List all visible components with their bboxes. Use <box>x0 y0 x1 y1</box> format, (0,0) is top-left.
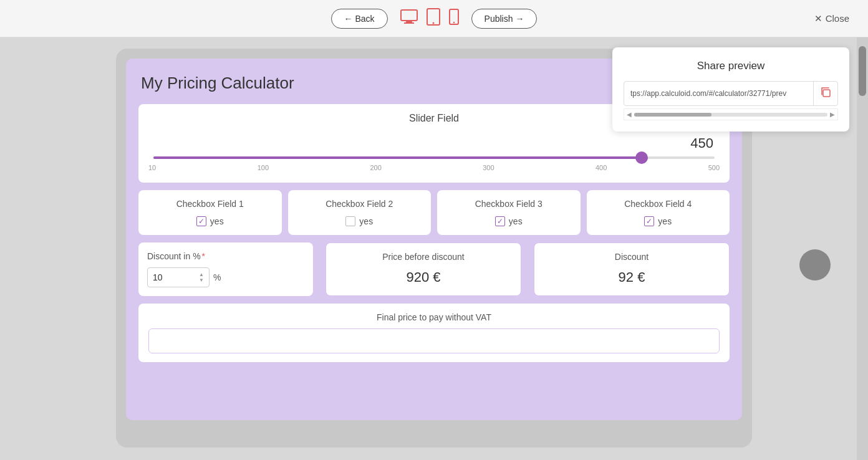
price-before-discount-value: 920 € <box>335 269 512 285</box>
final-price-label: Final price to pay without VAT <box>148 312 720 322</box>
checkbox-4-item[interactable]: ✓ yes <box>593 216 724 226</box>
discount-card: Discount 92 € <box>534 242 730 296</box>
checkbox-2-label: Checkbox Field 2 <box>294 199 425 209</box>
share-url-text: tps://app.calculoid.com/#/calculator/327… <box>624 84 813 103</box>
slider-value: 450 <box>148 135 720 151</box>
discount-number-field[interactable]: 10 ▲▼ <box>147 267 210 287</box>
checkbox-4-option: yes <box>658 216 672 226</box>
final-price-card: Final price to pay without VAT <box>138 304 730 362</box>
scrollbar-thumb-vertical[interactable] <box>859 46 866 96</box>
top-bar: ← Back <box>0 0 868 37</box>
checkbox-row: Checkbox Field 1 ✓ yes Checkbox Field 2 … <box>138 190 730 235</box>
share-preview-panel: Share preview tps://app.calculoid.com/#/… <box>612 47 849 132</box>
svg-rect-0 <box>401 10 417 21</box>
slider-container <box>148 156 720 159</box>
mobile-icon[interactable] <box>449 9 459 29</box>
final-price-input <box>148 328 720 353</box>
checkbox-1-box[interactable]: ✓ <box>196 216 206 226</box>
checkbox-4-label: Checkbox Field 4 <box>593 199 724 209</box>
slider-fill <box>153 156 647 159</box>
svg-rect-7 <box>823 90 830 97</box>
tick-200: 200 <box>370 164 381 171</box>
checkbox-1-label: Checkbox Field 1 <box>145 199 276 209</box>
number-spinner[interactable]: ▲▼ <box>199 272 204 283</box>
checkbox-1-option: yes <box>210 216 224 226</box>
top-bar-center: ← Back <box>331 8 538 29</box>
publish-button[interactable]: Publish → <box>471 9 538 29</box>
checkbox-card-4: Checkbox Field 4 ✓ yes <box>587 190 730 235</box>
tick-300: 300 <box>483 164 494 171</box>
device-icons <box>400 8 459 29</box>
scroll-thumb <box>634 113 711 117</box>
discount-value: 92 € <box>543 269 720 285</box>
close-button[interactable]: ✕ Close <box>814 13 849 24</box>
tablet-icon[interactable] <box>427 8 440 29</box>
svg-point-4 <box>432 22 434 24</box>
slider-thumb[interactable] <box>635 151 648 164</box>
scroll-track <box>634 113 827 117</box>
share-preview-title: Share preview <box>624 60 838 72</box>
price-row: Discount in %* 10 ▲▼ % Price before dis <box>138 242 730 296</box>
desktop-icon[interactable] <box>400 9 418 28</box>
checkbox-3-option: yes <box>509 216 523 226</box>
checkbox-1-item[interactable]: ✓ yes <box>145 216 276 226</box>
share-url-row: tps://app.calculoid.com/#/calculator/327… <box>624 81 838 106</box>
tick-500: 500 <box>708 164 720 171</box>
scroll-right-arrow[interactable]: ▶ <box>830 111 835 118</box>
discount-input-label: Discount in %* <box>147 251 304 261</box>
tick-400: 400 <box>596 164 607 171</box>
checkbox-3-item[interactable]: ✓ yes <box>443 216 574 226</box>
checkbox-4-box[interactable]: ✓ <box>644 216 654 226</box>
slider-ticks: 10 100 200 300 400 500 <box>148 164 720 171</box>
checkbox-2-option: yes <box>359 216 373 226</box>
checkbox-2-item[interactable]: yes <box>294 216 425 226</box>
discount-input-row: 10 ▲▼ % <box>147 267 304 287</box>
discount-label: Discount <box>543 252 720 262</box>
discount-input-card: Discount in %* 10 ▲▼ % <box>138 242 313 296</box>
share-scrollbar[interactable]: ◀ ▶ <box>624 108 838 120</box>
checkbox-3-label: Checkbox Field 3 <box>443 199 574 209</box>
slider-track[interactable] <box>153 156 715 159</box>
checkbox-card-1: Checkbox Field 1 ✓ yes <box>138 190 282 235</box>
price-before-discount-card: Price before discount 920 € <box>326 242 521 296</box>
main-area: Share preview tps://app.calculoid.com/#/… <box>0 37 868 460</box>
scroll-left-arrow[interactable]: ◀ <box>627 111 632 118</box>
percent-label: % <box>213 272 221 282</box>
right-scrollbar[interactable] <box>857 37 868 460</box>
tick-100: 100 <box>258 164 269 171</box>
scroll-indicator[interactable] <box>799 249 831 280</box>
price-before-discount-label: Price before discount <box>335 252 512 262</box>
svg-point-6 <box>453 21 454 22</box>
checkbox-card-2: Checkbox Field 2 yes <box>288 190 432 235</box>
checkbox-2-box[interactable] <box>345 216 355 226</box>
back-button[interactable]: ← Back <box>331 9 388 29</box>
checkbox-3-box[interactable]: ✓ <box>495 216 505 226</box>
tick-10: 10 <box>148 164 156 171</box>
checkbox-card-3: Checkbox Field 3 ✓ yes <box>437 190 581 235</box>
copy-url-button[interactable] <box>813 82 837 105</box>
